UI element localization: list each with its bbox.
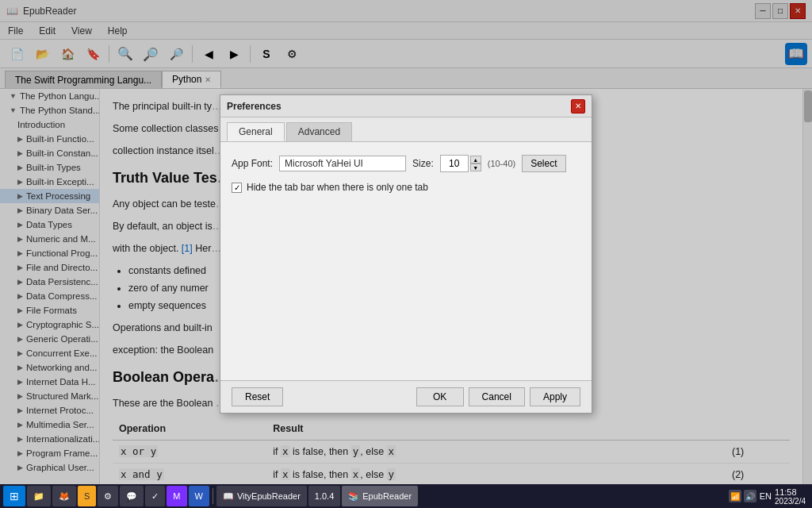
taskbar-divider	[213, 488, 213, 504]
taskbar-epubreader[interactable]: 📚 EpubReader	[342, 486, 418, 506]
dialog-close-button[interactable]: ✕	[571, 99, 585, 114]
font-setting-row: App Font: Microsoft YaHei UI Size: ▲ ▼ (…	[232, 155, 580, 172]
taskbar-epubreader-icon: 📚	[348, 491, 359, 502]
taskbar-vityepub[interactable]: 📖 VityEpubReader	[216, 486, 307, 506]
dialog-tab-bar: General Advanced	[220, 117, 592, 142]
taskbar: ⊞ 📁 🦊 S ⚙ 💬 ✓ M W 📖 VityEpubReader 1.0.4…	[0, 484, 812, 508]
taskbar-item-task[interactable]: ✓	[145, 486, 165, 506]
taskbar-item-version[interactable]: 1.0.4	[308, 486, 340, 506]
taskbar-version-label: 1.0.4	[315, 491, 334, 501]
font-label: App Font:	[232, 158, 273, 169]
hide-tab-bar-label: Hide the tab bar when there is only one …	[247, 182, 428, 193]
cancel-button[interactable]: Cancel	[469, 387, 525, 406]
tray-volume-icon: 🔊	[744, 490, 756, 502]
taskbar-item-ms[interactable]: M	[167, 486, 186, 506]
tray-time: 11:58 2023/2/4	[775, 487, 806, 506]
taskbar-item-word[interactable]: W	[189, 486, 209, 506]
taskbar-item-firefox[interactable]: 🦊	[52, 486, 76, 506]
tray-network-icon: 📶	[729, 490, 741, 502]
dialog-body: App Font: Microsoft YaHei UI Size: ▲ ▼ (…	[220, 142, 592, 380]
tab-general[interactable]: General	[227, 122, 285, 141]
tab-advanced[interactable]: Advanced	[286, 122, 352, 141]
dialog-title-bar: Preferences ✕	[220, 95, 592, 117]
hide-tab-bar-checkbox[interactable]: ✓	[232, 183, 242, 193]
size-input-group: ▲ ▼	[440, 155, 481, 172]
modal-overlay: Preferences ✕ General Advanced App Font:…	[0, 0, 812, 508]
ok-button[interactable]: OK	[416, 387, 464, 406]
tray-lang: EN	[760, 491, 772, 501]
taskbar-vityepub-label: VityEpubReader	[237, 491, 301, 501]
taskbar-item-file[interactable]: 📁	[27, 486, 51, 506]
size-input[interactable]	[440, 155, 469, 172]
select-font-button[interactable]: Select	[522, 155, 565, 172]
dialog-footer: Reset OK Cancel Apply	[220, 380, 592, 413]
preferences-dialog: Preferences ✕ General Advanced App Font:…	[220, 94, 592, 414]
size-decrement-button[interactable]: ▼	[470, 164, 481, 171]
system-tray: 📶 🔊 EN 11:58 2023/2/4	[729, 487, 809, 506]
reset-button[interactable]: Reset	[232, 387, 283, 406]
font-value: Microsoft YaHei UI	[279, 156, 406, 171]
taskbar-item-settings[interactable]: ⚙	[98, 486, 118, 506]
dialog-title: Preferences	[227, 101, 282, 112]
taskbar-item-chat[interactable]: 💬	[120, 486, 144, 506]
apply-button[interactable]: Apply	[530, 387, 580, 406]
tab-general-label: General	[239, 126, 273, 137]
taskbar-item-scripting[interactable]: S	[78, 486, 96, 506]
tray-date: 2023/2/4	[775, 497, 806, 506]
size-increment-button[interactable]: ▲	[470, 156, 481, 164]
footer-left: Reset	[232, 387, 412, 406]
tab-advanced-label: Advanced	[298, 126, 340, 137]
size-spinners: ▲ ▼	[470, 156, 481, 171]
size-label: Size:	[412, 158, 434, 169]
taskbar-epubreader-label: EpubReader	[362, 491, 412, 501]
tray-clock: 11:58	[775, 487, 806, 497]
size-range-hint: (10-40)	[488, 159, 515, 168]
tray-icons: 📶 🔊	[729, 490, 756, 502]
start-button[interactable]: ⊞	[3, 486, 25, 506]
taskbar-vityepub-icon: 📖	[223, 491, 234, 502]
hide-tab-bar-row: ✓ Hide the tab bar when there is only on…	[232, 182, 580, 193]
